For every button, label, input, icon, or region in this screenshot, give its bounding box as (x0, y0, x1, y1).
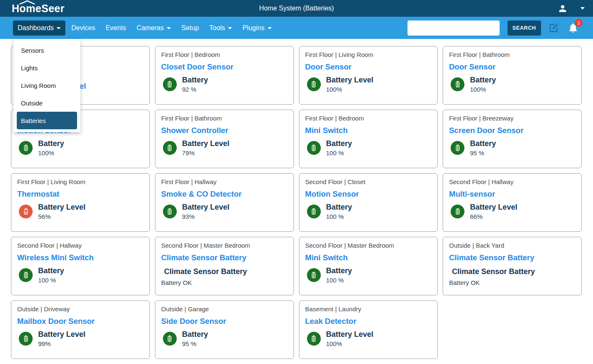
device-location: First Floor | Bedroom (305, 115, 432, 123)
battery-value: 93% (182, 213, 229, 220)
dropdown-item-sensors[interactable]: Sensors (13, 41, 80, 59)
device-name[interactable]: Leak Detector (305, 317, 432, 327)
battery-label: Battery Level (38, 203, 85, 212)
nav-item-dashboards[interactable]: Dashboards (13, 21, 65, 36)
status-text: Battery Level 56% (38, 203, 85, 220)
device-card: Second Floor | Hallway Wireless Mini Swi… (11, 237, 150, 295)
status-text: Battery Level 99% (38, 330, 85, 347)
battery-value: 95 % (182, 340, 208, 347)
nav-item-plugins[interactable]: Plugins (238, 21, 276, 36)
device-location: Basement | Laundry (305, 305, 432, 314)
device-status: Battery Level 56% (17, 203, 144, 220)
battery-icon (307, 77, 321, 91)
chevron-down-icon[interactable] (580, 7, 585, 10)
device-name[interactable]: Wireless Mini Switch (17, 253, 144, 263)
nav-item-events[interactable]: Events (101, 21, 131, 36)
user-account-button[interactable] (557, 3, 568, 14)
battery-label: Climate Sensor Battery (452, 267, 575, 276)
page-title: Home System (Batteries) (259, 5, 334, 12)
topbar-right (557, 3, 587, 14)
device-name[interactable]: Multi-sensor (449, 190, 575, 200)
device-location: First Floor | Breezeway (449, 115, 575, 123)
device-name[interactable]: Side Door Sensor (161, 317, 288, 327)
search-input[interactable] (407, 21, 500, 36)
nav-item-devices[interactable]: Devices (67, 21, 100, 36)
battery-icon (451, 205, 464, 218)
edit-icon[interactable] (548, 22, 559, 33)
device-location: Outside | Back Yard (449, 242, 575, 250)
device-card: Outside | Back Yard Climate Sensor Batte… (443, 237, 582, 295)
device-location: Second Floor | Master Bedroom (305, 242, 432, 250)
chevron-down-icon (228, 27, 232, 29)
chevron-down-icon (167, 27, 171, 29)
device-name[interactable]: Closet Door Sensor (161, 62, 288, 72)
search-button[interactable]: SEARCH (508, 21, 541, 36)
navbar: DashboardsDevicesEventsCamerasSetupTools… (0, 17, 593, 39)
battery-icon (451, 77, 464, 91)
dropdown-item-outside[interactable]: Outside (13, 94, 80, 112)
device-card: First Floor | Bedroom Mini Switch Batter… (299, 110, 438, 168)
battery-icon (19, 332, 33, 346)
battery-value: 56% (38, 213, 85, 220)
battery-icon (451, 141, 464, 155)
battery-value: 100 % (326, 149, 352, 156)
notifications-button[interactable]: 3 (567, 22, 582, 33)
nav-right: SEARCH 3 (407, 21, 582, 36)
device-location: Second Floor | Closet (305, 178, 432, 187)
device-name[interactable]: Climate Sensor Battery (161, 253, 288, 263)
device-name[interactable]: Motion Sensor (305, 190, 432, 200)
battery-value: 99% (38, 340, 85, 347)
device-status: Climate Sensor Battery Battery OK (161, 267, 288, 286)
device-name[interactable]: Mini Switch (305, 126, 432, 136)
homeseer-logo[interactable]: HomeSeer (12, 0, 64, 17)
device-status: Battery Level 99% (17, 330, 144, 347)
battery-icon (19, 268, 33, 282)
device-name[interactable]: Climate Sensor Battery (449, 253, 575, 263)
device-card: Second Floor | Closet Motion Sensor Batt… (299, 173, 438, 232)
device-card: First Floor | Breezeway Screen Door Sens… (443, 110, 582, 168)
device-card: Second Floor | Hallway Multi-sensor Batt… (443, 173, 582, 232)
nav-item-cameras[interactable]: Cameras (132, 21, 175, 36)
nav-item-label: Setup (181, 24, 199, 32)
status-text: Climate Sensor Battery Battery OK (449, 267, 575, 286)
card-grid: el First Floor | Bedroom Closet Door Sen… (11, 46, 582, 359)
status-text: Battery Level 93% (182, 203, 229, 220)
status-text: Battery 100 % (326, 139, 352, 156)
nav-item-tools[interactable]: Tools (205, 21, 237, 36)
device-name[interactable]: Shower Controller (161, 126, 288, 136)
dropdown-item-batteries[interactable]: Batteries (17, 112, 77, 129)
device-name[interactable]: Screen Door Sensor (449, 126, 575, 136)
device-name[interactable]: Door Sensor (305, 62, 432, 72)
device-status: Battery 100 % (17, 267, 144, 284)
battery-icon (307, 268, 321, 282)
device-location: Second Floor | Hallway (17, 242, 144, 250)
device-name[interactable]: Thermostat (17, 190, 144, 200)
device-card: Second Floor | Master Bedroom Mini Switc… (299, 237, 438, 295)
device-location: First Floor | Bathroom (449, 51, 575, 59)
device-card: First Floor | Living Room Thermostat Bat… (11, 173, 150, 232)
device-name[interactable]: Mailbox Door Sensor (17, 317, 144, 327)
battery-icon (307, 332, 321, 346)
device-location: Second Floor | Master Bedroom (161, 242, 288, 250)
dropdown-item-living-room[interactable]: Living Room (13, 77, 80, 94)
battery-label: Battery (326, 139, 352, 148)
occluded-name-fragment: el (80, 82, 86, 91)
device-card: First Floor | Living Room Door Sensor Ba… (299, 46, 438, 105)
battery-label: Battery Level (326, 76, 374, 85)
battery-label: Battery Level (182, 139, 229, 148)
nav-item-label: Devices (71, 24, 95, 32)
device-name[interactable]: Mini Switch (305, 253, 432, 263)
device-name[interactable]: Smoke & CO Detector (161, 190, 288, 200)
device-name[interactable]: Door Sensor (449, 62, 575, 72)
battery-label: Battery (182, 330, 208, 339)
nav-item-setup[interactable]: Setup (177, 21, 204, 36)
device-status: Climate Sensor Battery Battery OK (449, 267, 575, 286)
status-text: Battery Level 66% (470, 203, 517, 220)
dropdown-item-lights[interactable]: Lights (13, 59, 80, 77)
device-location: First Floor | Bathroom (161, 115, 288, 123)
device-status: Battery 100 % (305, 203, 432, 220)
device-status: Battery 95 % (161, 330, 288, 347)
device-location: First Floor | Hallway (161, 178, 288, 187)
device-status: Battery Level 93% (161, 203, 288, 220)
device-status: Battery 92 % (161, 76, 288, 93)
